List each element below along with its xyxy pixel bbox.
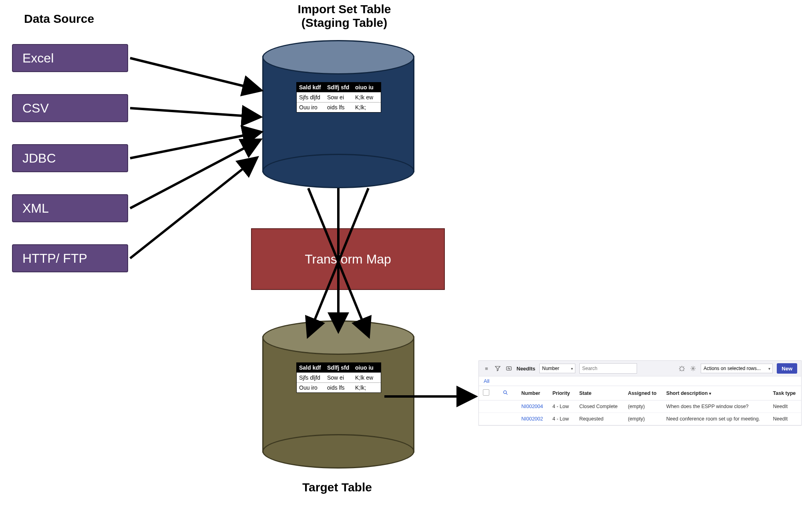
- import-set-line2: (Staging Table): [280, 16, 408, 30]
- sort-indicator-icon: ▾: [709, 391, 711, 396]
- cell-priority: 4 - Low: [549, 413, 575, 425]
- search-icon[interactable]: [503, 391, 508, 396]
- target-table-heading: Target Table: [302, 481, 372, 494]
- cell-state: Closed Complete: [575, 400, 624, 413]
- source-xml: XML: [12, 194, 128, 222]
- mini-th: Sdlfj sfd: [325, 363, 353, 372]
- list-toolbar: ≡ NeedIts Number Actions on selected row…: [479, 361, 801, 376]
- transform-map-box: Transform Map: [251, 228, 445, 290]
- svg-line-4: [130, 108, 259, 117]
- mini-th: Sald kdf: [297, 82, 325, 92]
- records-table: Number Priority State Assigned to Short …: [479, 386, 801, 425]
- cell-state: Requested: [575, 413, 624, 425]
- cell-desc: When does the ESPP window close?: [662, 400, 769, 413]
- table-row[interactable]: NI002004 4 - Low Closed Complete (empty)…: [479, 400, 801, 413]
- mini-td: K;lk;: [353, 383, 381, 392]
- target-table-cylinder: [262, 320, 414, 469]
- col-tasktype[interactable]: Task type: [769, 386, 801, 400]
- filter-breadcrumb-all[interactable]: All: [479, 376, 801, 386]
- col-shortdesc[interactable]: Short description ▾: [662, 386, 769, 400]
- svg-point-1: [692, 368, 694, 369]
- mini-td: Sjfs dljfd: [297, 93, 325, 102]
- source-excel: Excel: [12, 44, 128, 72]
- cell-desc: Need conference room set up for meeting.: [662, 413, 769, 425]
- source-jdbc: JDBC: [12, 144, 128, 172]
- mini-td: K;lk ew: [353, 93, 381, 102]
- svg-point-2: [504, 390, 506, 393]
- mini-td: Sjfs dljfd: [297, 373, 325, 382]
- import-set-heading: Import Set Table (Staging Table): [280, 2, 408, 30]
- svg-line-5: [130, 132, 260, 158]
- records-list-view: ≡ NeedIts Number Actions on selected row…: [478, 360, 802, 426]
- list-title: NeedIts: [517, 366, 535, 372]
- staging-mini-table: Sald kdf Sdlfj sfd oiuo iu Sjfs dljfd So…: [296, 82, 381, 113]
- personalize-icon[interactable]: [678, 365, 685, 372]
- record-number-link[interactable]: NI002004: [517, 400, 549, 413]
- table-row[interactable]: NI002002 4 - Low Requested (empty) Need …: [479, 413, 801, 425]
- cell-priority: 4 - Low: [549, 400, 575, 413]
- cell-task: NeedIt: [769, 400, 801, 413]
- data-source-heading: Data Source: [24, 12, 94, 26]
- col-state[interactable]: State: [575, 386, 624, 400]
- svg-line-6: [130, 140, 259, 208]
- mini-td: oids lfs: [325, 103, 353, 112]
- mini-td: K;lk;: [353, 103, 381, 112]
- mini-td: Ouu iro: [297, 103, 325, 112]
- filter-icon[interactable]: [494, 365, 501, 372]
- search-input[interactable]: [579, 363, 637, 374]
- target-mini-table: Sald kdf Sdlfj sfd oiuo iu Sjfs dljfd So…: [296, 362, 381, 393]
- mini-td: oids lfs: [325, 383, 353, 392]
- mini-td: Sow ei: [325, 373, 353, 382]
- cell-assigned: (empty): [624, 400, 662, 413]
- mini-td: Sow ei: [325, 93, 353, 102]
- record-number-link[interactable]: NI002002: [517, 413, 549, 425]
- actions-select[interactable]: Actions on selected rows...: [701, 364, 773, 373]
- source-csv: CSV: [12, 94, 128, 122]
- col-number[interactable]: Number: [517, 386, 549, 400]
- col-priority[interactable]: Priority: [549, 386, 575, 400]
- mini-th: Sdlfj sfd: [325, 82, 353, 92]
- import-set-line1: Import Set Table: [280, 2, 408, 16]
- source-http-ftp: HTTP/ FTP: [12, 244, 128, 272]
- mini-th: oiuo iu: [353, 363, 381, 372]
- select-all-checkbox[interactable]: [483, 389, 489, 396]
- settings-icon[interactable]: [689, 365, 697, 372]
- cell-task: NeedIt: [769, 413, 801, 425]
- menu-icon[interactable]: ≡: [483, 365, 490, 372]
- mini-td: K;lk ew: [353, 373, 381, 382]
- svg-line-7: [130, 158, 256, 258]
- search-field-select[interactable]: Number: [539, 364, 575, 373]
- col-assigned[interactable]: Assigned to: [624, 386, 662, 400]
- mini-th: Sald kdf: [297, 363, 325, 372]
- cell-assigned: (empty): [624, 413, 662, 425]
- mini-td: Ouu iro: [297, 383, 325, 392]
- new-button[interactable]: New: [777, 363, 797, 374]
- mini-th: oiuo iu: [353, 82, 381, 92]
- activity-icon[interactable]: [505, 365, 513, 372]
- import-set-cylinder: [262, 40, 414, 188]
- svg-line-3: [130, 58, 260, 90]
